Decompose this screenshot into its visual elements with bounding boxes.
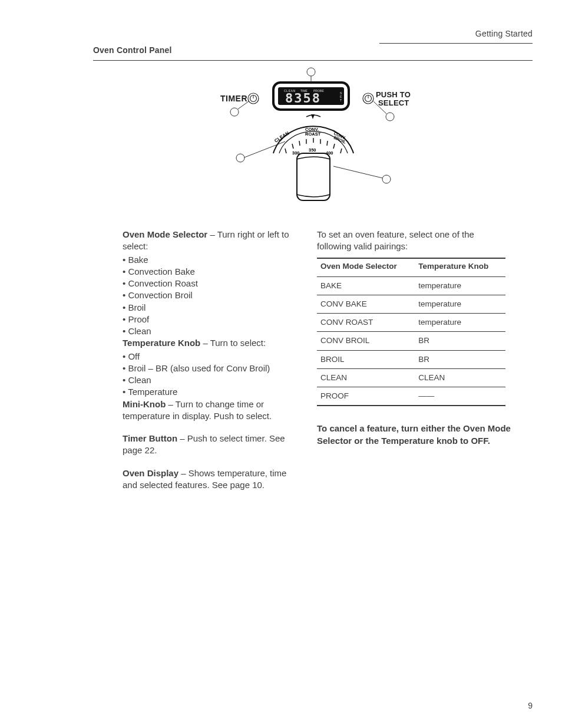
table-row: BAKEtemperature	[317, 276, 505, 295]
tk-list: Off Broil – BR (also used for Conv Broil…	[123, 351, 299, 398]
svg-point-42	[382, 175, 391, 183]
table-head-mode: Oven Mode Selector	[317, 258, 415, 277]
table-row: PROOF——	[317, 387, 505, 406]
page-number: 9	[528, 700, 533, 711]
oms-lead: Oven Mode Selector – Turn right or left …	[123, 229, 299, 241]
mini-knob-desc: Mini-Knob – Turn to change time or tempe…	[123, 398, 299, 423]
pairings-table: Oven Mode Selector Temperature Knob BAKE…	[317, 258, 505, 407]
svg-line-24	[340, 149, 342, 153]
svg-line-39	[373, 101, 386, 114]
header-rule	[93, 60, 533, 61]
table-row: CONV BROILBR	[317, 332, 505, 350]
svg-text:ROAST: ROAST	[305, 131, 321, 137]
tk-lead: Temperature Knob – Turn to select:	[123, 337, 299, 349]
svg-text:CLEAN: CLEAN	[273, 130, 290, 143]
svg-line-16	[285, 149, 286, 153]
table-row: CLEANCLEAN	[317, 368, 505, 387]
control-panel-diagram: TIMER PUSH TO SELECT CLEAN	[210, 66, 434, 219]
svg-point-40	[236, 154, 244, 162]
svg-point-34	[230, 108, 239, 116]
svg-line-35	[238, 101, 249, 109]
control-panel-svg: CLEAN TIME PROBE S E T 8358	[210, 66, 434, 219]
temperature-dial-icon: CLEAN CONV. ROAST CONV. BROIL 300 350 40…	[273, 114, 353, 200]
table-row: BROILBR	[317, 350, 505, 368]
right-column: To set an oven feature, select one of th…	[317, 229, 529, 449]
header-breadcrumb: Getting Started	[379, 28, 533, 44]
oms-list: Bake Convection Bake Convection Roast Co…	[123, 254, 299, 338]
svg-line-18	[299, 141, 300, 146]
svg-line-22	[327, 141, 328, 146]
svg-text:8358: 8358	[285, 91, 321, 106]
svg-line-43	[333, 166, 382, 178]
table-row: CONV BAKEtemperature	[317, 295, 505, 313]
timer-knob-icon	[248, 93, 259, 104]
svg-text:T: T	[340, 98, 342, 102]
svg-point-36	[307, 68, 315, 76]
svg-line-17	[292, 144, 293, 149]
timer-button-desc: Timer Button – Push to select timer. See…	[123, 433, 299, 457]
oven-display-desc: Oven Display – Shows temperature, time a…	[123, 467, 299, 492]
cancel-note: To cancel a feature, turn either the Ove…	[317, 423, 529, 447]
oven-display-icon: CLEAN TIME PROBE S E T 8358	[273, 83, 349, 110]
left-column: Oven Mode Selector – Turn right or left …	[123, 229, 299, 502]
svg-line-41	[244, 141, 285, 157]
svg-text:350: 350	[309, 147, 316, 153]
table-row: CONV ROASTtemperature	[317, 314, 505, 332]
table-head-temp: Temperature Knob	[415, 258, 505, 277]
section-title: Oven Control Panel	[93, 45, 172, 56]
mini-knob-icon	[363, 93, 373, 104]
svg-point-38	[386, 113, 394, 121]
svg-line-23	[333, 144, 335, 149]
svg-rect-33	[297, 153, 330, 200]
